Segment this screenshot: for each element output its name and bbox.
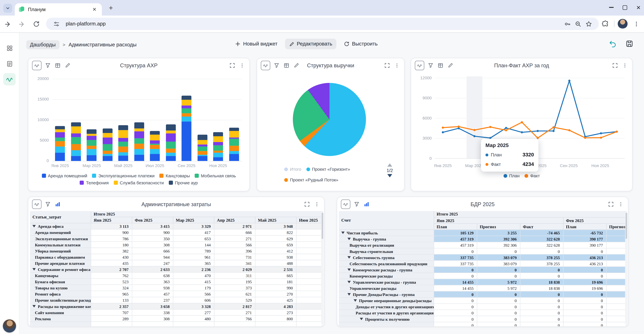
bar-column[interactable] (116, 79, 131, 161)
sidebar-item-apps[interactable] (3, 42, 16, 54)
admin-costs-table[interactable]: Статьи_затратИтого 2025Янв 2025Фев 2025М… (30, 211, 322, 327)
collapse-arrow-icon[interactable] (348, 238, 351, 240)
header-period[interactable]: Янв 2025 (434, 218, 564, 224)
password-key-icon[interactable] (562, 18, 572, 29)
table-scrollbar[interactable] (625, 212, 628, 324)
header-period[interactable]: Фев 2025 (564, 218, 626, 224)
stacked-bar-chart[interactable]: 05000100001500020000Янв 2025Мар 2025Май … (31, 75, 246, 170)
undo-button[interactable] (609, 40, 616, 47)
header-measure[interactable]: План (434, 224, 477, 230)
edit-button[interactable]: Редактировать (285, 39, 336, 49)
chart-type-icon[interactable] (341, 199, 350, 209)
tab-close-icon[interactable]: ✕ (91, 6, 98, 13)
window-minimize-button[interactable] (609, 7, 614, 7)
sidebar-item-documents[interactable] (3, 57, 16, 70)
widget-menu-icon[interactable] (622, 62, 628, 69)
bar-column[interactable] (100, 79, 115, 161)
legend-item[interactable]: Итого (284, 167, 301, 172)
user-avatar[interactable] (3, 319, 16, 333)
collapse-arrow-icon[interactable] (348, 281, 351, 283)
filter-icon[interactable] (353, 201, 360, 208)
legend-item[interactable]: Аренда помещений (42, 173, 87, 178)
header-measure[interactable]: План (564, 224, 607, 230)
header-measure[interactable]: Прогноз (607, 224, 626, 230)
site-settings-icon[interactable] (51, 18, 62, 29)
table-row[interactable]: Содержание и ремонт офиса2 7072 6332 236… (30, 266, 322, 273)
table-row[interactable]: Аренда офиса3 1133 4153 3292 9713 948 (30, 223, 322, 230)
bar-column[interactable] (84, 79, 100, 161)
breadcrumb-dashboards[interactable]: Дашборды (26, 40, 60, 49)
table-scrollbar[interactable] (321, 212, 324, 324)
bar-column[interactable] (226, 79, 242, 161)
legend-item[interactable]: Мобильная связь (195, 173, 236, 178)
header-measure[interactable]: Прогноз (477, 224, 520, 230)
widget-menu-icon[interactable] (394, 62, 400, 69)
bar-column[interactable] (194, 79, 210, 161)
header-month[interactable]: Мар 2025 (173, 217, 214, 223)
filter-icon[interactable] (273, 62, 280, 69)
collapse-arrow-icon[interactable] (32, 225, 36, 228)
expand-icon[interactable] (612, 62, 618, 69)
window-maximize-button[interactable] (623, 5, 627, 10)
pager-up-icon[interactable] (387, 163, 392, 167)
save-layout-button[interactable] (626, 40, 633, 47)
bar-column[interactable] (131, 79, 147, 161)
collapse-arrow-icon[interactable] (32, 268, 36, 271)
table-view-icon[interactable] (283, 62, 290, 69)
bdr-table[interactable]: СчетИтого 2025Янв 2025Фев 2025ПланПрогно… (339, 211, 626, 327)
collapse-arrow-icon[interactable] (348, 293, 351, 296)
sidebar-item-dashboards[interactable] (3, 73, 16, 85)
table-row[interactable]: Выручка - группа457 319392 306322 628390… (339, 236, 626, 242)
arrange-button[interactable]: Выстроить (340, 39, 382, 49)
window-close-button[interactable]: ✕ (636, 5, 641, 10)
legend-item[interactable]: Служба безопасности (114, 180, 164, 185)
profile-avatar[interactable] (618, 19, 628, 29)
collapse-arrow-icon[interactable] (360, 318, 363, 320)
collapse-arrow-icon[interactable] (341, 232, 344, 234)
filter-icon[interactable] (427, 62, 434, 69)
legend-item[interactable]: Эксплуатационные платежи (92, 173, 154, 178)
bar-chart-icon[interactable] (363, 201, 370, 208)
legend-item[interactable]: Факт (524, 173, 540, 178)
header-month[interactable]: Июн 2025 (296, 217, 322, 223)
zoom-out-icon[interactable] (572, 18, 583, 29)
collapse-arrow-icon[interactable] (32, 305, 36, 308)
new-tab-button[interactable]: + (107, 4, 115, 12)
header-month[interactable]: Янв 2025 (91, 217, 132, 223)
legend-item[interactable]: Проект «Горизонт» (306, 167, 350, 172)
browser-tab[interactable]: Планум ✕ (15, 3, 102, 15)
bar-column[interactable] (163, 79, 179, 161)
widget-menu-icon[interactable] (617, 201, 624, 208)
bar-plot[interactable] (52, 79, 242, 161)
expand-icon[interactable] (304, 201, 310, 208)
reload-button[interactable] (30, 18, 42, 30)
header-month[interactable]: Май 2025 (256, 217, 296, 223)
expand-icon[interactable] (384, 62, 391, 69)
widget-menu-icon[interactable] (313, 201, 320, 208)
bar-column[interactable] (179, 79, 194, 161)
bar-column[interactable] (52, 79, 68, 161)
chart-type-icon[interactable] (261, 60, 270, 70)
filter-icon[interactable] (44, 201, 51, 208)
expand-icon[interactable] (229, 62, 236, 69)
legend-item[interactable]: Прочие аур (169, 180, 198, 185)
edit-widget-icon[interactable] (64, 62, 71, 69)
bar-chart-icon[interactable] (54, 201, 61, 208)
chart-type-icon[interactable] (32, 60, 42, 70)
pager-down-icon[interactable] (387, 174, 392, 177)
header-measure[interactable]: Факт (520, 224, 564, 230)
table-row[interactable]: Прочие операционные доходы/расходы0000 (339, 298, 626, 304)
bar-column[interactable] (147, 79, 163, 161)
collapse-arrow-icon[interactable] (354, 299, 357, 302)
tab-search-button[interactable] (3, 4, 12, 13)
new-widget-button[interactable]: Новый виджет (231, 39, 282, 49)
table-row[interactable]: Расходы на продвижение компании2 3573 65… (30, 304, 322, 310)
header-month[interactable]: Апр 2025 (214, 217, 256, 223)
bar-column[interactable] (210, 79, 226, 161)
collapse-arrow-icon[interactable] (348, 269, 351, 271)
table-row[interactable]: Коммерческие расходы - группа0000 (339, 267, 626, 273)
collapse-arrow-icon[interactable] (348, 256, 351, 259)
browser-menu-icon[interactable] (631, 18, 642, 29)
widget-menu-icon[interactable] (238, 62, 246, 69)
edit-widget-icon[interactable] (447, 62, 454, 69)
